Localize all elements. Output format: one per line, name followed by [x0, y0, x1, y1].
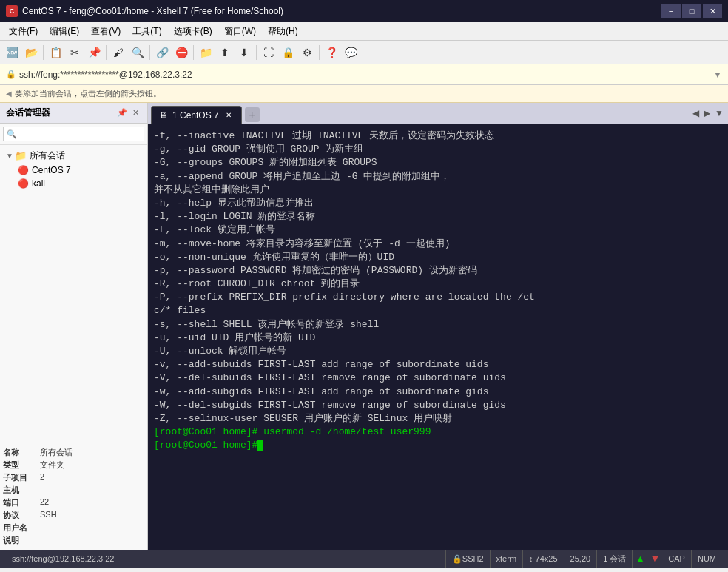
status-terminal-text: xterm	[496, 554, 517, 563]
tree-children: 🔴 CentOS 7 🔴 kali	[15, 164, 144, 190]
minimize-button[interactable]: −	[661, 4, 681, 18]
terminal-line: -h, --help 显示此帮助信息并推出	[154, 197, 722, 210]
status-protocol: 🔒 SSH2	[446, 550, 491, 568]
tab-centos7[interactable]: 🖥 1 CentOS 7 ✕	[151, 106, 242, 124]
info-label: 协议	[3, 510, 40, 521]
maximize-button[interactable]: □	[682, 4, 701, 18]
sidebar-search-input[interactable]	[3, 127, 144, 141]
tree-expand-icon: ▼	[6, 152, 15, 160]
add-tab-button[interactable]: +	[245, 107, 260, 122]
content-area: 🖥 1 CentOS 7 ✕ + ◀ ▶ ▼ -f, --inactive IN…	[148, 103, 728, 550]
terminal-line: -W, --del-subgids FIRST-LAST remove rang…	[154, 399, 722, 412]
toolbar-transfer[interactable]: 📁	[197, 44, 215, 61]
toolbar-fullscreen[interactable]: ⛶	[260, 44, 277, 61]
address-dropdown[interactable]: ▼	[713, 70, 722, 80]
toolbar-sep4	[193, 45, 194, 60]
menu-window[interactable]: 窗口(W)	[218, 22, 262, 40]
terminal-line: c/* files	[154, 304, 722, 317]
info-label: 用户名	[3, 522, 40, 534]
folder-icon: 📁	[15, 150, 27, 161]
status-cap: CAP	[662, 550, 692, 568]
status-protocol-text: SSH2	[462, 554, 484, 563]
terminal-line: -u, --uid UID 用户帐号的新 UID	[154, 332, 722, 345]
status-address-text: ssh://feng@192.168.22.3:22	[12, 554, 114, 563]
address-text: ssh://feng:*****************@192.168.22.…	[19, 70, 710, 80]
tree-all-sessions[interactable]: ▼ 📁 所有会话	[3, 148, 144, 164]
info-value	[40, 535, 144, 546]
toolbar: 🆕 📂 📋 ✂ 📌 🖌 🔍 🔗 ⛔ 📁 ⬆ ⬇ ⛶ 🔒 ⚙ ❓ 💬	[0, 41, 728, 64]
terminal-line: -R, --root CHROOT_DIR chroot 到的目录	[154, 277, 722, 291]
terminal-line: -m, --move-home 将家目录内容移至新位置 (仅于 -d 一起使用)	[154, 238, 722, 251]
terminal-line: [root@Coo01 home]#	[154, 439, 722, 452]
menu-bar: 文件(F) 编辑(E) 查看(V) 工具(T) 选项卡(B) 窗口(W) 帮助(…	[0, 22, 728, 41]
tab-nav-left[interactable]: ◀	[691, 108, 701, 118]
terminal-line: 并不从其它组中删除此用户	[154, 184, 722, 197]
toolbar-open[interactable]: 📂	[22, 44, 40, 61]
info-arrow-icon[interactable]: ◀	[6, 90, 12, 98]
toolbar-sep5	[256, 45, 257, 60]
info-label: 类型	[3, 460, 40, 471]
tree-root-label: 所有会话	[30, 149, 65, 162]
toolbar-search[interactable]: 🔍	[129, 44, 146, 61]
tab-close-button[interactable]: ✕	[223, 110, 234, 121]
toolbar-copy[interactable]: 📋	[47, 44, 64, 61]
tree-root: ▼ 📁 所有会话 🔴 CentOS 7 🔴 kali	[3, 148, 144, 190]
status-down-arrow[interactable]: ▼	[647, 550, 662, 568]
menu-edit[interactable]: 编辑(E)	[44, 22, 85, 40]
terminal-line: -p, --password PASSWORD 将加密过的密码 (PASSWOR…	[154, 264, 722, 277]
toolbar-disconnect[interactable]: ⛔	[172, 44, 190, 61]
toolbar-help[interactable]: ❓	[323, 44, 340, 61]
tab-icon: 🖥	[159, 110, 168, 121]
sidebar-header-buttons: 📌 ✕	[116, 107, 141, 119]
tab-label: 1 CentOS 7	[172, 110, 219, 121]
toolbar-setting[interactable]: ⚙	[298, 44, 316, 61]
info-value	[40, 522, 144, 534]
terminal[interactable]: -f, --inactive INACTIVE 过期 INACTIVE 天数后，…	[148, 124, 728, 550]
toolbar-sep1	[43, 45, 44, 60]
info-row: 用户名	[3, 522, 144, 534]
tree-item-kali[interactable]: 🔴 kali	[15, 177, 144, 190]
sidebar-title: 会话管理器	[6, 107, 50, 119]
info-row: 端口22	[3, 497, 144, 509]
session-icon-kali: 🔴	[18, 178, 29, 189]
tab-nav-menu[interactable]: ▼	[713, 108, 725, 118]
toolbar-paste[interactable]: 📌	[85, 44, 103, 61]
terminal-line: -a, --append GROUP 将用户追加至上边 -G 中提到的附加组中，	[154, 170, 722, 184]
tree-item-centos[interactable]: 🔴 CentOS 7	[15, 164, 144, 177]
menu-help[interactable]: 帮助(H)	[262, 22, 304, 40]
tab-nav-right[interactable]: ▶	[702, 108, 712, 118]
toolbar-cut[interactable]: ✂	[66, 44, 84, 61]
toolbar-sep3	[149, 45, 150, 60]
status-num: NUM	[692, 550, 722, 568]
sidebar: 会话管理器 📌 ✕ ▼ 📁 所有会话 🔴 CentOS 7	[0, 103, 148, 550]
toolbar-lock[interactable]: 🔒	[279, 44, 297, 61]
status-up-arrow[interactable]: ▲	[633, 550, 647, 568]
status-sessions-text: 1 会话	[603, 554, 626, 565]
terminal-line: -U, --unlock 解锁用户帐号	[154, 345, 722, 358]
terminal-line: -V, --del-subuids FIRST-LAST remove rang…	[154, 371, 722, 385]
menu-view[interactable]: 查看(V)	[85, 22, 127, 40]
toolbar-upload[interactable]: ⬆	[216, 44, 234, 61]
sidebar-close-button[interactable]: ✕	[129, 107, 141, 119]
toolbar-download[interactable]: ⬇	[235, 44, 253, 61]
info-label: 端口	[3, 497, 40, 508]
info-row: 主机	[3, 484, 144, 497]
toolbar-new[interactable]: 🆕	[3, 44, 21, 61]
sidebar-pin-button[interactable]: 📌	[116, 107, 128, 119]
toolbar-connect[interactable]: 🔗	[153, 44, 171, 61]
menu-tabs[interactable]: 选项卡(B)	[168, 22, 218, 40]
status-bar: ssh://feng@192.168.22.3:22 🔒 SSH2 xterm …	[0, 550, 728, 568]
terminal-line: -L, --lock 锁定用户帐号	[154, 223, 722, 237]
info-value: 文件夹	[40, 460, 144, 471]
terminal-line: -l, --login LOGIN 新的登录名称	[154, 210, 722, 223]
toolbar-more[interactable]: 💬	[342, 44, 360, 61]
close-button[interactable]: ✕	[703, 4, 722, 18]
toolbar-font[interactable]: 🖌	[109, 44, 127, 61]
menu-tools[interactable]: 工具(T)	[127, 22, 167, 40]
sidebar-search-area	[0, 124, 147, 145]
menu-file[interactable]: 文件(F)	[3, 22, 44, 40]
info-label: 子项目	[3, 472, 40, 483]
toolbar-sep2	[106, 45, 107, 60]
tree-label-centos: CentOS 7	[32, 165, 71, 175]
window-controls: − □ ✕	[661, 4, 722, 18]
